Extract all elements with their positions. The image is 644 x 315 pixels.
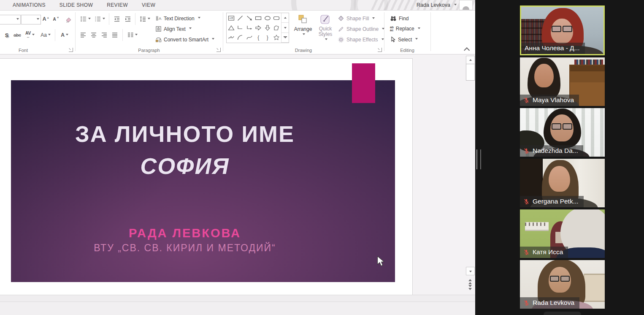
shape-fill-button[interactable]: Shape Fill xyxy=(338,15,375,22)
slide-title-line1[interactable]: ЗА ЛИЧНОТО ИМЕ xyxy=(11,121,359,147)
shape-oval-icon[interactable] xyxy=(263,13,272,23)
participant-name-tag: Gergana Petk... xyxy=(520,196,584,207)
shape-line-icon[interactable] xyxy=(236,13,245,23)
ribbon-collapse-chevron-icon[interactable] xyxy=(462,46,470,53)
quick-styles-button[interactable]: Quick Styles xyxy=(315,14,336,51)
shape-triangle-icon[interactable] xyxy=(227,23,236,33)
shape-arc-icon[interactable] xyxy=(236,33,245,43)
font-name-combo[interactable] xyxy=(0,15,21,24)
align-right-icon[interactable] xyxy=(100,30,109,40)
next-slide-button[interactable] xyxy=(467,285,474,292)
chevron-down-icon xyxy=(212,38,214,41)
muted-mic-icon xyxy=(523,97,530,103)
previous-slide-button[interactable] xyxy=(467,277,474,283)
bullets-icon[interactable] xyxy=(79,14,91,24)
clear-formatting-icon[interactable] xyxy=(63,14,73,24)
replace-button[interactable]: abac Replace xyxy=(390,26,420,32)
align-center-icon[interactable] xyxy=(89,30,98,40)
columns-icon[interactable] xyxy=(126,30,138,40)
grow-font-icon[interactable]: A▲ xyxy=(41,14,51,24)
line-spacing-icon[interactable] xyxy=(138,14,151,24)
text-direction-button[interactable]: A Text Direction xyxy=(155,15,200,22)
participant-tile[interactable]: Анна Чолева - Д... xyxy=(520,5,605,55)
find-button[interactable]: Find xyxy=(390,15,409,22)
participant-strip-scroll-pill[interactable] xyxy=(544,312,581,315)
participant-tile[interactable]: Gergana Petk... xyxy=(520,159,605,207)
participant-tile[interactable]: Катя Исса xyxy=(520,209,605,258)
slide[interactable]: ЗА ЛИЧНОТО ИМЕ СОФИЯ РАДА ЛЕВКОВА ВТУ „С… xyxy=(11,80,395,282)
person-avatar-icon[interactable] xyxy=(459,0,473,10)
shape-outline-button[interactable]: Shape Outline xyxy=(338,26,384,33)
scroll-up-button[interactable] xyxy=(466,56,475,64)
participant-tile[interactable]: Nadezhda Da... xyxy=(520,108,605,157)
shelf-background xyxy=(525,222,549,231)
shape-down-arrow-icon[interactable] xyxy=(263,23,272,33)
chevron-down-icon xyxy=(303,33,305,36)
shape-curve-icon[interactable] xyxy=(245,33,254,43)
tab-animations[interactable]: ANIMATIONS xyxy=(13,2,46,8)
change-case-icon[interactable]: Aa xyxy=(39,30,52,40)
gallery-scroll-down[interactable] xyxy=(281,23,289,33)
shape-right-brace-icon[interactable]: } xyxy=(263,33,272,43)
decrease-indent-icon[interactable] xyxy=(112,14,122,24)
vertical-scrollbar[interactable] xyxy=(466,56,474,293)
shape-rounded-rectangle-icon[interactable] xyxy=(272,13,281,23)
convert-smartart-button[interactable]: Convert to SmartArt xyxy=(155,36,214,43)
mouse-cursor-icon xyxy=(377,256,385,269)
gallery-more-button[interactable] xyxy=(281,33,289,43)
shape-elbow-arrow-connector-icon[interactable] xyxy=(245,23,254,33)
participant-name-tag: Nadezhda Da... xyxy=(520,145,583,157)
slide-affiliation[interactable]: ВТУ „СВ. СВ. КИРИЛ И МЕТОДИЙ“ xyxy=(11,242,359,254)
participant-name: Gergana Petk... xyxy=(533,198,579,205)
justify-icon[interactable] xyxy=(110,30,119,40)
shape-effects-button[interactable]: Shape Effects xyxy=(338,36,384,43)
shape-scribble-icon[interactable] xyxy=(227,33,236,43)
slide-accent-bar[interactable] xyxy=(352,63,375,103)
slide-author[interactable]: РАДА ЛЕВКОВА xyxy=(11,226,359,240)
tab-view[interactable]: VIEW xyxy=(142,2,155,8)
chevron-down-icon xyxy=(382,38,384,41)
tab-review[interactable]: REVIEW xyxy=(107,2,128,8)
align-text-button[interactable]: Align Text xyxy=(155,26,192,32)
tab-slide-show[interactable]: SLIDE SHOW xyxy=(60,2,93,8)
numbering-icon[interactable] xyxy=(94,14,106,24)
shape-fill-icon xyxy=(338,15,344,22)
account-name: Rada Levkova xyxy=(417,2,450,8)
shrink-font-icon[interactable]: A▼ xyxy=(51,14,61,24)
shape-rectangle-icon[interactable] xyxy=(254,13,263,23)
books-background xyxy=(574,60,603,65)
horizontal-scrollbar-strip[interactable] xyxy=(0,295,475,302)
character-spacing-icon[interactable]: AV↔ xyxy=(24,30,36,40)
font-dialog-launcher[interactable] xyxy=(69,48,73,52)
shape-left-brace-icon[interactable]: { xyxy=(254,33,263,43)
font-color-icon[interactable]: A xyxy=(58,30,71,40)
select-button[interactable]: Select xyxy=(390,36,418,43)
scroll-down-button[interactable] xyxy=(466,267,475,275)
person-face xyxy=(534,64,554,87)
arrange-button[interactable]: Arrange xyxy=(292,14,314,51)
shape-right-arrow-icon[interactable] xyxy=(254,23,263,33)
layout-divider-handle[interactable] xyxy=(476,149,481,169)
shape-elbow-connector-icon[interactable] xyxy=(236,23,245,33)
slide-title-line2[interactable]: СОФИЯ xyxy=(11,153,359,179)
strikethrough-icon[interactable]: abc xyxy=(12,30,23,40)
paragraph-dialog-launcher[interactable] xyxy=(216,48,221,52)
text-shadow-icon[interactable]: S xyxy=(3,30,11,40)
account-menu[interactable]: Rada Levkova xyxy=(417,0,473,10)
increase-indent-icon[interactable] xyxy=(123,14,133,24)
drawing-dialog-launcher[interactable] xyxy=(378,48,382,52)
shape-textbox-icon[interactable]: A xyxy=(227,13,236,23)
chevron-down-icon xyxy=(189,27,192,30)
align-left-icon[interactable] xyxy=(78,30,88,40)
chevron-down-icon xyxy=(372,17,375,20)
participant-tile[interactable]: Maya Vlahova xyxy=(520,57,605,106)
shapes-gallery: A { xyxy=(226,13,289,43)
shape-freeform-icon[interactable] xyxy=(272,23,281,33)
participant-tile[interactable]: Rada Levkova xyxy=(520,260,605,309)
shape-arrow-icon[interactable] xyxy=(245,13,254,23)
gallery-scroll-up[interactable] xyxy=(281,13,289,23)
font-size-combo[interactable] xyxy=(21,15,41,24)
shape-star-icon[interactable] xyxy=(272,33,281,43)
slide-page[interactable]: ЗА ЛИЧНОТО ИМЕ СОФИЯ РАДА ЛЕВКОВА ВТУ „С… xyxy=(0,58,413,295)
scrollbar-thumb[interactable] xyxy=(466,64,475,81)
